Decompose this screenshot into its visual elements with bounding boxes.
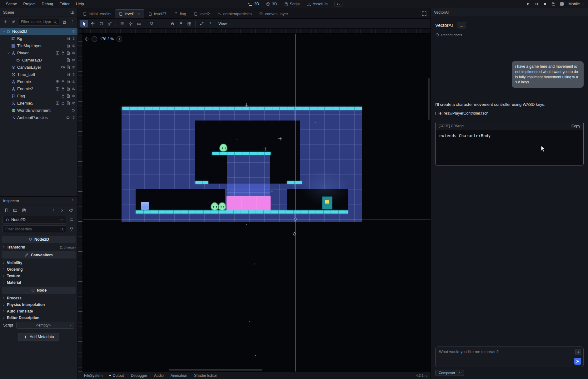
inspector-group-texture[interactable]: Texture [0, 273, 77, 279]
enemy-sprite[interactable] [219, 144, 227, 152]
inspector-group-material[interactable]: Material [0, 279, 77, 286]
bottom-panel-audio[interactable]: Audio [151, 373, 167, 378]
tree-node-enemie5[interactable]: Enemie5 [0, 100, 77, 107]
inspector-group-transform[interactable]: Transform(1 change) [0, 244, 77, 250]
exit-door[interactable] [322, 196, 332, 209]
eye-icon[interactable] [72, 51, 76, 55]
refresh-button[interactable] [67, 207, 74, 214]
add-node-button[interactable] [2, 18, 9, 25]
script-icon[interactable] [66, 65, 70, 69]
rotate-tool-button[interactable] [97, 20, 105, 27]
group-tool-button[interactable] [185, 20, 193, 27]
script-icon[interactable] [66, 80, 70, 84]
menu-project[interactable]: Project [20, 1, 38, 7]
tab-level1[interactable]: level1 [115, 9, 144, 18]
2d-viewport[interactable]: 178.2 % [78, 29, 431, 372]
chev-left-button[interactable] [50, 207, 57, 214]
doc-button[interactable] [3, 207, 10, 214]
group-icon[interactable] [56, 51, 60, 55]
bottom-panel-debugger[interactable]: Debugger [127, 373, 150, 378]
composer-mode-selector[interactable]: Composer [435, 370, 464, 376]
tree-node-flag[interactable]: Flag [0, 92, 77, 100]
script-icon[interactable] [66, 51, 70, 55]
vertical-scrollbar[interactable] [428, 78, 430, 120]
script-icon[interactable] [66, 101, 70, 105]
script-icon[interactable] [66, 87, 70, 91]
tab-flag[interactable]: flag [170, 9, 190, 18]
eye-icon[interactable] [72, 116, 76, 120]
bottom-panel-filesystem[interactable]: FileSystem [81, 373, 106, 378]
enemy-sprite[interactable] [211, 202, 219, 210]
zoom-out-button[interactable] [92, 36, 97, 42]
dock-icon[interactable] [70, 10, 74, 14]
eye-icon[interactable] [72, 72, 76, 76]
expander-icon[interactable] [7, 51, 11, 55]
inspector-group-process[interactable]: Process [0, 295, 77, 301]
workspace-3d[interactable]: 3D [264, 1, 280, 7]
instance-scene-button[interactable] [10, 18, 17, 25]
script-icon[interactable] [66, 72, 70, 76]
inspector-group-auto-translate[interactable]: Auto Translate [0, 308, 77, 314]
inspector-group-ordering[interactable]: Ordering [0, 266, 77, 273]
menu-help[interactable]: Help [73, 1, 87, 7]
expand-viewport-icon[interactable] [421, 11, 427, 16]
dots-vertical-icon[interactable] [70, 199, 74, 203]
property-filter-input[interactable] [5, 227, 58, 232]
scale-tool-button[interactable] [106, 20, 113, 27]
grid-button[interactable] [559, 1, 565, 7]
view-menu-button[interactable]: View [218, 22, 227, 26]
group-icon[interactable] [56, 101, 60, 105]
tree-node-worldenvironment[interactable]: WorldEnvironment [0, 107, 77, 114]
select-tool-button[interactable] [80, 20, 88, 27]
camera-icon[interactable] [72, 108, 76, 112]
lock-icon[interactable] [61, 51, 65, 55]
group-icon[interactable] [56, 87, 60, 91]
chev-right-button[interactable] [59, 207, 66, 214]
tab-initial-credits[interactable]: initial_credits [79, 9, 115, 18]
pause-button[interactable] [533, 1, 540, 7]
bottom-panel-animation[interactable]: Animation [167, 373, 190, 378]
new-scene-tab-button[interactable] [292, 10, 300, 18]
script-icon[interactable] [66, 37, 70, 41]
eye-icon[interactable] [72, 65, 76, 69]
eye-icon[interactable] [72, 101, 76, 105]
stop-button[interactable] [542, 1, 548, 7]
dots-v-tool-button[interactable] [206, 20, 214, 27]
save-button[interactable] [21, 207, 27, 214]
vectorai-menu-button[interactable]: ... [457, 22, 466, 28]
script-icon[interactable] [66, 44, 70, 48]
dots-v-tool-button[interactable] [156, 20, 164, 27]
camera-icon[interactable] [61, 65, 65, 69]
unlock-tool-button[interactable] [177, 20, 185, 27]
eye-icon[interactable] [72, 58, 76, 62]
scene-filter-input[interactable] [20, 19, 51, 24]
enemy-sprite[interactable] [218, 202, 226, 210]
workspace-script[interactable]: Script [282, 1, 302, 7]
bone-tool-button[interactable] [198, 20, 206, 27]
script-value-dropdown[interactable]: <empty> [16, 322, 74, 329]
tree-node-enemie[interactable]: Enemie [0, 78, 77, 85]
tab-canvas-layer[interactable]: canvas_layer [255, 9, 292, 18]
property-filter-menu-button[interactable] [68, 226, 75, 233]
inspector-group-physics-interpolation[interactable]: Physics Interpolation [0, 301, 77, 308]
player-sprite[interactable] [141, 202, 149, 210]
tree-node-tilemaplayer[interactable]: TileMapLayer [0, 42, 77, 49]
tree-node-bg[interactable]: Bg [0, 35, 77, 42]
send-button[interactable] [574, 358, 581, 365]
eye-icon[interactable] [72, 94, 76, 98]
close-tab-icon[interactable] [137, 12, 141, 16]
script-icon[interactable] [66, 94, 70, 98]
bottom-panel-shader-editor[interactable]: Shader Editor [191, 373, 220, 378]
ruler-tool-button[interactable] [135, 20, 143, 27]
inspector-node-selector[interactable]: Node2D [2, 216, 66, 224]
tab-level2[interactable]: level2 [190, 9, 214, 18]
workspace-2d[interactable]: 2D [246, 1, 262, 7]
lock-icon[interactable] [61, 101, 65, 105]
lock-icon[interactable] [61, 80, 65, 84]
plugin-key-button[interactable] [334, 1, 342, 7]
bottom-panel-output[interactable]: Output [106, 373, 127, 378]
level-tilemap[interactable] [122, 107, 362, 222]
attach-button[interactable] [575, 349, 581, 355]
pivot-tool-button[interactable] [127, 20, 134, 27]
attach-script-button[interactable] [61, 18, 67, 25]
